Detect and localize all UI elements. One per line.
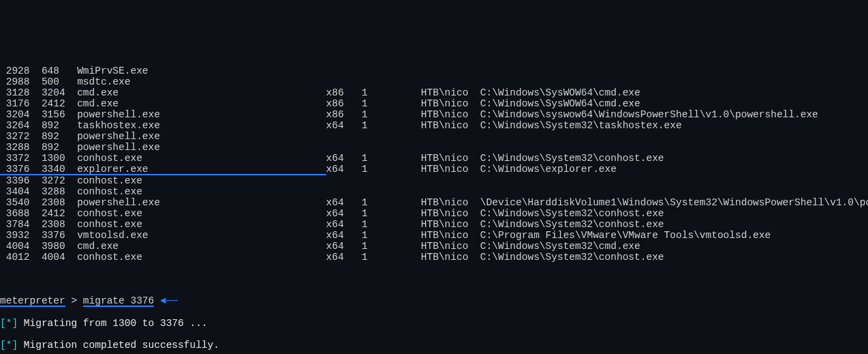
process-row: 3288 892 powershell.exe — [0, 142, 868, 153]
blank-line — [0, 274, 868, 284]
process-row: 3540 2308 powershell.exe x64 1 HTB\nico … — [0, 197, 868, 208]
migrate-command: migrate 3376 — [83, 296, 154, 307]
process-row: 3264 892 taskhostex.exe x64 1 HTB\nico C… — [0, 120, 868, 131]
migration-done-line: [*] Migration completed successfully. — [0, 340, 868, 351]
star-prefix: [*] — [0, 318, 18, 329]
meterpreter-prompt: meterpreter — [0, 296, 65, 307]
process-row: 3396 3272 conhost.exe — [0, 175, 868, 186]
star-prefix: [*] — [0, 340, 18, 351]
process-row: 3372 1300 conhost.exe x64 1 HTB\nico C:\… — [0, 153, 868, 164]
process-row: 4004 3980 cmd.exe x64 1 HTB\nico C:\Wind… — [0, 241, 868, 252]
process-row: 3176 2412 cmd.exe x86 1 HTB\nico C:\Wind… — [0, 98, 868, 109]
process-row: 4012 4004 conhost.exe x64 1 HTB\nico C:\… — [0, 252, 868, 263]
migrating-line: [*] Migrating from 1300 to 3376 ... — [0, 318, 868, 329]
process-row: 3688 2412 conhost.exe x64 1 HTB\nico C:\… — [0, 208, 868, 219]
process-row: 3272 892 powershell.exe — [0, 131, 868, 142]
process-row: 3128 3204 cmd.exe x86 1 HTB\nico C:\Wind… — [0, 87, 868, 98]
process-row: 3376 3340 explorer.exe x64 1 HTB\nico C:… — [0, 164, 868, 175]
process-list: 2928 648 WmiPrvSE.exe 2988 500 msdtc.exe… — [0, 65, 868, 263]
process-row: 2988 500 msdtc.exe — [0, 76, 868, 87]
process-row: 3404 3288 conhost.exe — [0, 186, 868, 197]
arrow-icon: ◄── — [154, 295, 178, 306]
process-row: 3204 3156 powershell.exe x86 1 HTB\nico … — [0, 109, 868, 120]
terminal-output: { "processes": [ {"pid":"2928","ppid":"6… — [0, 22, 868, 354]
process-row: 3932 3376 vmtoolsd.exe x64 1 HTB\nico C:… — [0, 230, 868, 241]
process-row: 2928 648 WmiPrvSE.exe — [0, 65, 868, 76]
process-row: 3784 2308 conhost.exe x64 1 HTB\nico C:\… — [0, 219, 868, 230]
migrate-command-line: meterpreter > migrate 3376 ◄── — [0, 295, 868, 307]
